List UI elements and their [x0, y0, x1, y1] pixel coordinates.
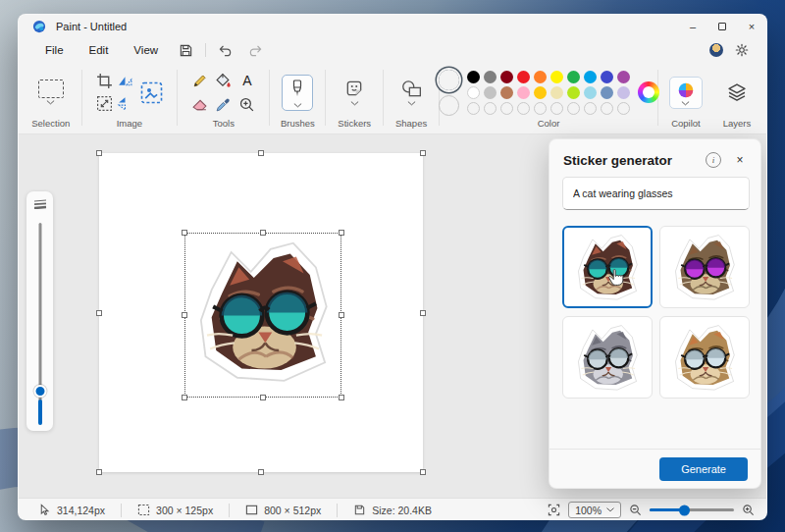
color-picker-icon[interactable] [215, 96, 232, 113]
selection-handle[interactable] [339, 230, 344, 236]
fit-to-screen-icon[interactable] [548, 504, 560, 516]
layers-button[interactable] [719, 78, 755, 107]
edit-colors-wheel-icon[interactable] [638, 81, 659, 103]
sticker-thumbnail[interactable] [562, 316, 653, 399]
panel-close-icon[interactable]: × [731, 151, 749, 169]
selection-size-icon [137, 504, 150, 516]
empty-color-slot[interactable] [484, 102, 497, 115]
background-color-swatch[interactable] [439, 95, 459, 116]
zoom-level-dropdown[interactable]: 100% [568, 502, 621, 518]
close-button[interactable]: × [737, 15, 766, 38]
prompt-input[interactable] [562, 177, 750, 210]
menu-edit[interactable]: Edit [77, 41, 122, 59]
color-swatch[interactable] [500, 71, 513, 83]
canvas-resize-handle[interactable] [420, 150, 426, 156]
zoom-in-icon[interactable] [742, 504, 755, 516]
canvas-size-value: 800 × 512px [264, 505, 321, 516]
color-swatch[interactable] [500, 86, 513, 99]
canvas-resize-handle[interactable] [258, 469, 264, 475]
color-swatch[interactable] [584, 71, 597, 83]
resize-icon[interactable] [96, 95, 113, 112]
canvas-resize-handle[interactable] [258, 150, 264, 156]
info-icon[interactable]: i [706, 152, 721, 168]
color-swatch[interactable] [534, 71, 547, 83]
magnifier-tool-icon[interactable] [238, 96, 255, 113]
color-swatch[interactable] [517, 86, 530, 99]
selection-group: Selection [23, 62, 79, 133]
background-removal-icon[interactable] [139, 80, 164, 105]
canvas-resize-handle[interactable] [96, 150, 102, 156]
empty-color-slot[interactable] [601, 102, 613, 115]
canvas-resize-handle[interactable] [96, 469, 102, 475]
color-swatch[interactable] [617, 71, 630, 83]
drawing-canvas[interactable] [99, 153, 423, 472]
undo-icon[interactable] [218, 43, 233, 58]
selection-handle[interactable] [339, 395, 344, 400]
slider-thumb[interactable] [33, 385, 46, 398]
generate-button[interactable]: Generate [659, 457, 748, 481]
color-swatch[interactable] [484, 71, 497, 83]
color-swatch[interactable] [467, 86, 480, 99]
foreground-color-swatch[interactable] [439, 70, 459, 90]
menu-file[interactable]: File [32, 41, 77, 59]
color-swatch[interactable] [567, 71, 580, 83]
color-swatch[interactable] [617, 86, 630, 99]
selection-handle[interactable] [339, 312, 344, 318]
stickers-button[interactable] [338, 75, 371, 110]
zoom-slider-thumb[interactable] [679, 505, 690, 515]
empty-color-slot[interactable] [467, 102, 480, 115]
eraser-icon[interactable] [191, 96, 208, 113]
empty-color-slot[interactable] [584, 102, 597, 115]
color-swatch[interactable] [584, 86, 597, 99]
color-swatch[interactable] [517, 71, 530, 83]
menu-view[interactable]: View [121, 41, 171, 59]
color-swatch[interactable] [601, 71, 613, 83]
pencil-icon[interactable] [191, 73, 208, 89]
save-icon[interactable] [179, 43, 193, 58]
selection-box[interactable] [184, 233, 341, 398]
color-swatch[interactable] [550, 71, 563, 83]
zoom-out-icon[interactable] [629, 504, 642, 516]
shapes-button[interactable] [393, 76, 429, 110]
color-swatch[interactable] [567, 86, 580, 99]
sticker-thumbnail[interactable] [659, 226, 750, 308]
chevron-down-icon[interactable] [46, 100, 55, 105]
empty-color-slot[interactable] [534, 102, 547, 115]
selection-handle[interactable] [182, 395, 187, 400]
zoom-level-value: 100% [575, 505, 602, 516]
empty-color-slot[interactable] [550, 102, 563, 115]
canvas-resize-handle[interactable] [96, 310, 102, 316]
text-tool-icon[interactable]: A [242, 73, 251, 88]
crop-icon[interactable] [96, 73, 113, 89]
color-swatch[interactable] [550, 86, 563, 99]
minimize-button[interactable]: – [678, 15, 707, 38]
color-swatch[interactable] [601, 86, 613, 99]
empty-color-slot[interactable] [517, 102, 530, 115]
empty-color-slot[interactable] [567, 102, 580, 115]
settings-gear-icon[interactable] [735, 43, 749, 57]
empty-color-slot[interactable] [617, 102, 630, 115]
canvas-resize-handle[interactable] [420, 310, 426, 316]
selection-tool-button[interactable] [38, 80, 64, 105]
redo-icon[interactable] [248, 43, 263, 58]
sticker-generator-panel: Sticker generator i × Generate [549, 138, 761, 489]
account-avatar[interactable] [709, 43, 723, 57]
fill-bucket-icon[interactable] [215, 73, 232, 89]
rotate-flip-icon[interactable] [117, 73, 133, 89]
copilot-button[interactable] [669, 77, 703, 109]
brushes-button[interactable] [282, 75, 313, 111]
selection-handle[interactable] [260, 395, 266, 400]
empty-color-slot[interactable] [500, 102, 513, 115]
canvas-resize-handle[interactable] [420, 469, 426, 475]
flip-vertical-icon[interactable] [117, 95, 133, 112]
window-controls: – × [678, 15, 766, 38]
sticker-thumbnail[interactable] [659, 316, 750, 399]
maximize-button[interactable] [707, 15, 737, 38]
zoom-slider[interactable] [650, 508, 734, 511]
sticker-thumbnail[interactable] [562, 226, 653, 308]
color-swatch[interactable] [467, 71, 480, 83]
canvas-cat-sticker[interactable] [187, 236, 339, 387]
color-swatch[interactable] [534, 86, 547, 99]
brush-size-slider[interactable] [26, 191, 53, 431]
color-swatch[interactable] [484, 86, 497, 99]
